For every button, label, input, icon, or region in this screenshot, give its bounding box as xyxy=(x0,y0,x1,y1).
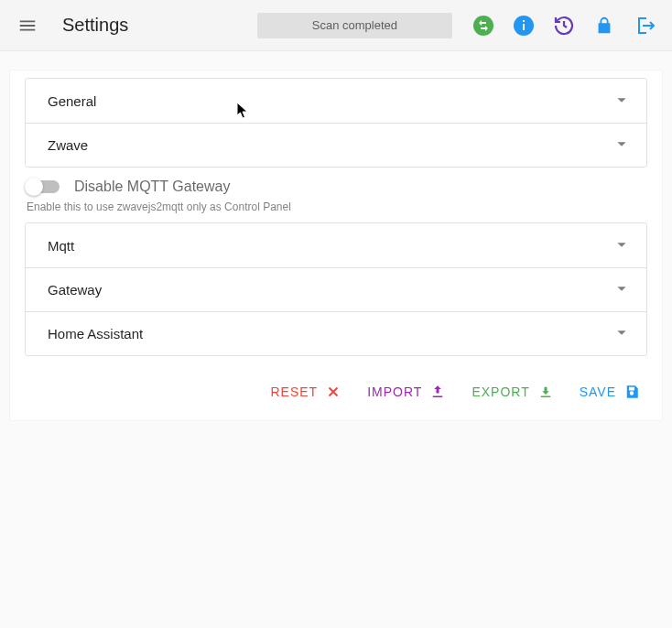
info-icon xyxy=(513,15,535,37)
chevron-down-icon xyxy=(612,278,632,301)
export-label: EXPORT xyxy=(471,384,529,399)
lock-icon xyxy=(594,16,614,36)
scan-status-chip: Scan completed xyxy=(257,13,452,38)
chevron-down-icon xyxy=(612,234,632,257)
reset-button[interactable]: RESET xyxy=(266,380,345,404)
action-row: RESET IMPORT EXPORT SAVE xyxy=(10,363,662,420)
switch-thumb xyxy=(25,178,43,196)
panel-title: Zwave xyxy=(48,137,88,153)
history-button[interactable] xyxy=(551,13,577,38)
panel-gateway[interactable]: Gateway xyxy=(26,267,646,311)
menu-button[interactable] xyxy=(11,9,44,42)
chevron-down-icon xyxy=(612,134,632,157)
page-title: Settings xyxy=(62,15,128,36)
panel-general[interactable]: General xyxy=(26,79,646,123)
chevron-down-icon xyxy=(612,322,632,345)
import-button[interactable]: IMPORT xyxy=(363,380,450,404)
import-label: IMPORT xyxy=(367,384,422,399)
swap-icon xyxy=(472,15,494,37)
save-label: SAVE xyxy=(580,384,616,399)
download-icon xyxy=(537,384,554,400)
disable-mqtt-switch[interactable] xyxy=(27,180,60,193)
panel-title: Gateway xyxy=(48,282,102,298)
app-bar: Settings Scan completed xyxy=(0,0,672,51)
panel-group-1: General Zwave xyxy=(25,78,647,168)
svg-point-0 xyxy=(473,16,493,36)
panel-zwave[interactable]: Zwave xyxy=(26,123,646,167)
settings-card: General Zwave Disable MQTT Gateway Enabl… xyxy=(9,70,663,421)
disable-mqtt-hint: Enable this to use zwavejs2mqtt only as … xyxy=(27,200,647,213)
svg-rect-2 xyxy=(523,24,525,30)
panel-home-assistant[interactable]: Home Assistant xyxy=(26,311,646,355)
info-button[interactable] xyxy=(511,13,537,38)
disable-mqtt-block: Disable MQTT Gateway Enable this to use … xyxy=(25,179,647,213)
panel-title: Mqtt xyxy=(48,238,74,254)
logout-icon xyxy=(634,15,656,37)
disable-mqtt-label: Disable MQTT Gateway xyxy=(74,179,230,195)
upload-icon xyxy=(429,384,446,400)
sync-button[interactable] xyxy=(471,13,496,38)
save-button[interactable]: SAVE xyxy=(576,380,644,404)
close-icon xyxy=(325,384,341,400)
svg-rect-3 xyxy=(523,20,525,22)
panel-mqtt[interactable]: Mqtt xyxy=(26,223,646,267)
panel-group-2: Mqtt Gateway Home Assistant xyxy=(25,222,647,356)
hamburger-icon xyxy=(17,16,38,36)
save-icon xyxy=(623,384,640,400)
lock-button[interactable] xyxy=(591,13,617,38)
panel-title: Home Assistant xyxy=(48,326,143,341)
export-button[interactable]: EXPORT xyxy=(468,380,557,404)
reset-label: RESET xyxy=(270,384,318,399)
chevron-down-icon xyxy=(612,90,632,113)
logout-button[interactable] xyxy=(632,13,657,38)
history-icon xyxy=(553,15,575,37)
panel-title: General xyxy=(48,93,96,109)
